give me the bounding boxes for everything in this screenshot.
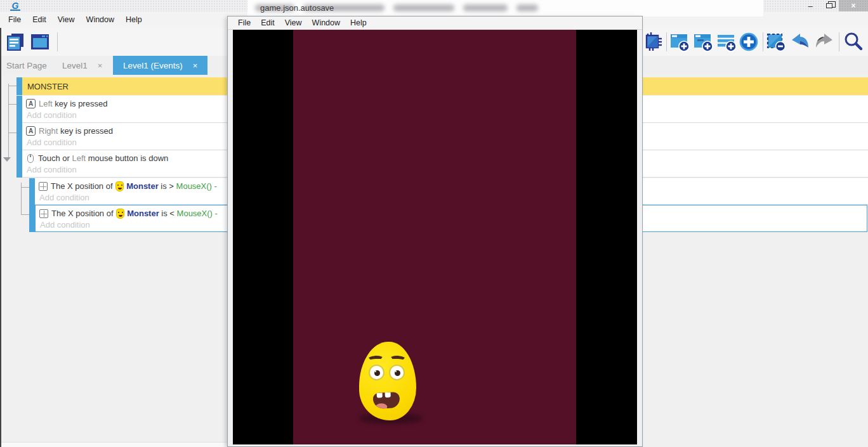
add-other-event-icon[interactable] [738, 31, 760, 53]
menu-file[interactable]: File [3, 15, 27, 24]
tree-guide-line [21, 187, 29, 188]
add-sub-event-icon[interactable] [693, 31, 714, 53]
toolbar-separator [763, 32, 763, 51]
event-drag-handle[interactable] [16, 123, 22, 150]
keyboard-icon: A [26, 99, 36, 108]
menu-help[interactable]: Help [120, 15, 148, 24]
close-tab-icon[interactable]: × [193, 61, 198, 70]
tree-guide-line [21, 214, 29, 215]
event-drag-handle[interactable] [29, 178, 35, 205]
toolbar-separator [57, 32, 58, 51]
window-title: game.json.autosave [260, 3, 334, 13]
game-stage-background [293, 30, 576, 444]
position-icon [39, 182, 48, 191]
tab-level1-events[interactable]: Level1 (Events) × [113, 56, 207, 75]
monster-sprite [358, 342, 419, 425]
project-manager-icon[interactable] [5, 31, 27, 53]
tree-guide-line [8, 84, 9, 159]
tree-guide-line [8, 133, 16, 133]
add-event-icon[interactable] [669, 31, 691, 53]
close-button[interactable]: × [839, 0, 868, 11]
monster-thumbnail-icon [115, 181, 124, 191]
menu-view[interactable]: View [52, 15, 81, 24]
preview-menu-help[interactable]: Help [345, 18, 372, 27]
scene-window-icon[interactable] [29, 31, 51, 53]
preview-menu-window[interactable]: Window [307, 18, 345, 27]
horizontal-scrollbar[interactable] [1, 442, 227, 447]
keyboard-icon: A [26, 126, 36, 136]
collapse-arrow-icon[interactable] [3, 157, 11, 162]
event-drag-handle[interactable] [16, 96, 22, 123]
preview-menu-file[interactable]: File [233, 18, 256, 27]
position-icon [39, 209, 48, 218]
window-left-border [0, 28, 1, 447]
mouse-icon [27, 154, 34, 163]
game-canvas[interactable] [233, 30, 637, 444]
event-drag-handle[interactable] [30, 205, 36, 231]
search-icon[interactable] [843, 31, 864, 53]
toolbar-separator [666, 32, 667, 51]
add-comment-icon[interactable] [716, 31, 738, 53]
tab-level1[interactable]: Level1 × [62, 56, 102, 75]
delete-selection-icon[interactable] [765, 31, 787, 53]
preview-menu-view[interactable]: View [280, 18, 307, 27]
redo-icon[interactable] [813, 31, 835, 53]
maximize-restore-button[interactable] [820, 0, 839, 11]
event-drag-handle[interactable] [16, 77, 22, 95]
menu-edit[interactable]: Edit [27, 15, 52, 24]
monster-body [359, 342, 416, 420]
tree-guide-line [8, 104, 16, 105]
tab-start-page[interactable]: Start Page [6, 56, 47, 75]
tree-guide-line [8, 86, 16, 86]
game-preview-window[interactable]: File Edit View Window Help [227, 16, 643, 447]
undo-icon[interactable] [789, 31, 811, 53]
debugger-icon[interactable] [643, 31, 664, 53]
minimize-button[interactable]: – [801, 0, 820, 11]
preview-menu-edit[interactable]: Edit [256, 18, 280, 27]
toolbar-separator [839, 32, 839, 51]
monster-thumbnail-icon [116, 209, 124, 219]
restore-icon [826, 3, 832, 8]
preview-menu-bar: File Edit View Window Help [228, 16, 642, 30]
close-tab-icon[interactable]: × [98, 61, 103, 70]
event-drag-handle[interactable] [16, 150, 22, 178]
menu-window[interactable]: Window [81, 15, 120, 24]
gdevelop-logo-icon: G [10, 1, 20, 11]
